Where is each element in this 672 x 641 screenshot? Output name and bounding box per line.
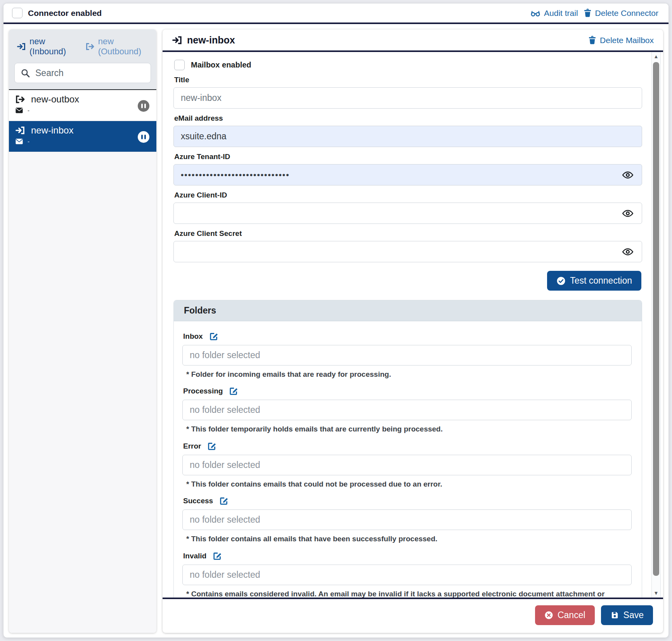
mailbox-form: Mailbox enabled Title eMail address Azur… [163,52,651,598]
email-input[interactable] [173,126,642,147]
tab-new-outbound-label: new (Outbound) [98,36,149,57]
content-row: new (Inbound) new (Outbound) [3,24,669,638]
success-folder-label: Success [183,497,213,505]
mailbox-row-subtitle: - [28,107,29,114]
email-label: eMail address [174,114,642,123]
eye-icon[interactable] [622,209,634,218]
trash-icon [584,9,592,17]
search-input[interactable] [35,68,150,78]
delete-connector-label: Delete Connector [595,9,658,18]
save-icon [610,611,619,620]
mailbox-title: new-inbox [187,35,235,46]
sign-out-icon [15,94,25,104]
inbox-folder-input[interactable] [182,345,632,366]
scroll-down-icon[interactable]: ▼ [652,590,660,596]
tab-new-inbound[interactable]: new (Inbound) [17,36,74,57]
title-input[interactable] [173,87,642,109]
inbox-folder-hint: * Folder for incoming emails that are re… [186,369,632,380]
sidebar-search [14,63,151,83]
form-footer: Cancel Save [163,598,663,633]
connector-enabled-label: Connector enabled [28,9,102,18]
audit-trail-button[interactable]: Audit trail [530,9,578,18]
sidebar-tabs: new (Inbound) new (Outbound) [14,35,151,63]
tenant-id-input[interactable] [173,164,642,185]
cancel-button[interactable]: Cancel [535,605,595,625]
mailbox-detail-panel: new-inbox Delete Mailbox [163,29,663,633]
mailbox-enabled-checkbox[interactable] [174,60,185,70]
processing-folder-hint: * This folder temporarily holds emails t… [186,423,632,435]
processing-folder-input[interactable] [182,400,632,420]
mailbox-row-new-outbox[interactable]: new-outbox - [9,90,156,121]
cancel-label: Cancel [558,610,585,620]
tab-new-outbound[interactable]: new (Outbound) [85,36,149,57]
mailbox-row-subtitle: - [28,138,29,145]
success-folder-hint: * This folder contains all emails that h… [186,533,632,544]
client-secret-label: Azure Client Secret [174,229,642,238]
envelope-icon [16,139,23,144]
delete-mailbox-button[interactable]: Delete Mailbox [588,36,654,45]
connector-window: Connector enabled Audit trail [3,3,669,638]
edit-icon[interactable] [209,331,219,341]
error-folder-label: Error [183,442,201,450]
audit-trail-label: Audit trail [544,9,578,18]
mailbox-sidebar: new (Inbound) new (Outbound) [9,29,156,633]
processing-folder-label: Processing [183,387,223,395]
tenant-id-label: Azure Tenant-ID [174,152,642,161]
delete-mailbox-label: Delete Mailbox [600,36,654,45]
sign-in-icon [172,35,182,45]
mailbox-header: new-inbox Delete Mailbox [163,29,663,52]
edit-icon[interactable] [212,551,222,561]
search-icon [21,68,30,78]
check-circle-icon [556,276,566,286]
error-folder-input[interactable] [182,455,632,475]
sign-in-icon [15,125,25,135]
client-id-label: Azure Client-ID [174,191,642,199]
eye-icon[interactable] [622,247,634,256]
pause-status-icon [138,100,149,112]
folders-panel: Folders Inbox [173,300,642,598]
test-connection-button[interactable]: Test connection [547,271,641,291]
edit-icon[interactable] [229,386,239,396]
title-label: Title [174,76,642,84]
scrollbar[interactable]: ▲ ▼ [651,52,661,598]
delete-connector-button[interactable]: Delete Connector [584,9,658,18]
pause-status-icon [138,131,149,143]
mailbox-row-title: new-inbox [31,125,73,136]
tab-new-inbound-label: new (Inbound) [29,36,74,57]
sign-in-icon [17,42,26,51]
mailbox-row-new-inbox[interactable]: new-inbox - [9,121,156,152]
glasses-icon [530,9,540,17]
scrollbar-thumb[interactable] [653,62,659,576]
test-connection-label: Test connection [570,275,632,286]
edit-icon[interactable] [207,441,217,451]
invalid-folder-input[interactable] [182,565,632,585]
envelope-icon [16,107,23,113]
scroll-up-icon[interactable]: ▲ [652,54,660,59]
mailbox-row-title: new-outbox [31,94,79,105]
sidebar-empty-area [9,152,156,633]
folders-panel-header: Folders [174,300,642,321]
client-secret-input[interactable] [173,241,642,262]
save-label: Save [624,610,644,620]
invalid-folder-hint: * Contains emails considered invalid. An… [186,588,632,598]
inbox-folder-label: Inbox [183,332,203,341]
invalid-folder-label: Invalid [183,552,206,560]
client-id-input[interactable] [173,203,642,224]
mailbox-list: new-outbox - [9,90,156,152]
save-button[interactable]: Save [601,605,653,625]
connector-topbar: Connector enabled Audit trail [3,3,669,24]
trash-icon [588,36,596,45]
mailbox-enabled-label: Mailbox enabled [191,61,251,69]
sidebar-header: new (Inbound) new (Outbound) [9,29,156,90]
x-circle-icon [544,611,553,620]
eye-icon[interactable] [622,170,634,180]
connector-enabled-checkbox[interactable] [12,8,23,18]
error-folder-hint: * This folder contains emails that could… [186,478,632,490]
success-folder-input[interactable] [182,509,632,530]
sign-out-icon [85,42,95,51]
edit-icon[interactable] [219,496,229,506]
